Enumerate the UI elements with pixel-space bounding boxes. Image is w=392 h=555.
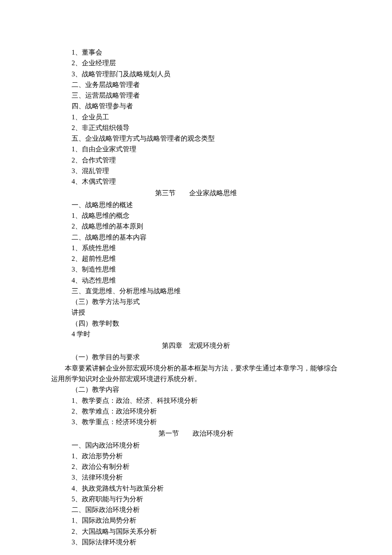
outline-item: 1、自由企业家式管理 [51, 144, 341, 154]
outline-item: 4、执政党路线方针与政策分析 [51, 483, 341, 494]
teaching-purpose-label: （一）教学目的与要求 [51, 352, 341, 362]
outline-item: 2、合作式管理 [51, 155, 341, 165]
outline-item: 2、战略思维的基本原则 [51, 221, 341, 231]
teaching-content-label: （二）教学内容 [51, 384, 341, 395]
teaching-point: 2、教学难点：政治环境分析 [51, 406, 341, 416]
teaching-hours-value: 4 学时 [51, 329, 341, 339]
teaching-point: 3、教学重点：经济环境分析 [51, 416, 341, 427]
section-4-1-title: 第一节 政治环境分析 [51, 428, 341, 439]
outline-item: 1、政治形势分析 [51, 451, 341, 461]
outline-item: 4、动态性思维 [51, 275, 341, 286]
outline-item: 2、超前性思维 [51, 253, 341, 264]
outline-item: 二、业务层战略管理者 [51, 79, 341, 90]
teaching-method-label: （三）教学方法与形式 [51, 296, 341, 307]
outline-item: 1、董事会 [51, 47, 341, 58]
outline-item: 3、国际法律环境分析 [51, 537, 341, 547]
outline-item: 2、政治公有制分析 [51, 461, 341, 472]
teaching-purpose-text: 本章要紧讲解企业外部宏观环境分析的基本框架与方法，要求学生通过本章学习，能够综合… [51, 363, 341, 384]
outline-item: 二、战略思维的基本内容 [51, 232, 341, 243]
outline-item: 1、系统性思维 [51, 243, 341, 253]
outline-item: 2、企业经理层 [51, 58, 341, 68]
outline-item: 5、政府职能与行为分析 [51, 494, 341, 504]
outline-item: 四、战略管理参与者 [51, 101, 341, 111]
outline-item: 3、法律环境分析 [51, 472, 341, 483]
chapter-4-title: 第四章 宏观环境分析 [51, 340, 341, 351]
teaching-point: 1、教学要点：政治、经济、科技环境分析 [51, 395, 341, 406]
teaching-hours-label: （四）教学时数 [51, 318, 341, 329]
outline-item: 3、混乱管理 [51, 165, 341, 176]
outline-item: 3、制造性思维 [51, 264, 341, 275]
section-3-title: 第三节 企业家战略思维 [51, 188, 341, 198]
outline-item: 4、木偶式管理 [51, 176, 341, 187]
outline-item: 3、战略管理部门及战略规划人员 [51, 69, 341, 79]
outline-item: 二、国际政治环境分析 [51, 504, 341, 515]
outline-item: 1、国际政治局势分析 [51, 515, 341, 526]
outline-item: 三、直觉思维、分析思维与战略思维 [51, 286, 341, 296]
teaching-method-value: 讲授 [51, 307, 341, 318]
outline-item: 1、企业员工 [51, 112, 341, 122]
outline-item: 2、非正式组织领导 [51, 122, 341, 133]
outline-item: 2、大国战略与国际关系分析 [51, 526, 341, 537]
outline-item: 五、企业战略管理方式与战略管理者的观念类型 [51, 133, 341, 144]
outline-item: 一、战略思维的概述 [51, 199, 341, 210]
outline-item: 一、国内政治环境分析 [51, 440, 341, 451]
outline-item: 1、战略思维的概念 [51, 210, 341, 221]
outline-item: 三、运营层战略管理者 [51, 90, 341, 101]
